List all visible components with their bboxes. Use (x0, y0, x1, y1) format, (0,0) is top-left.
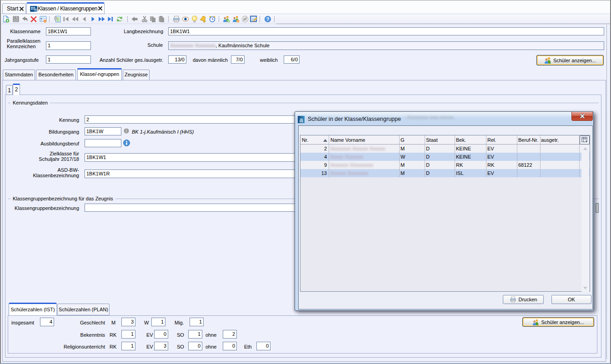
svg-text:a: a (300, 116, 303, 124)
svg-text:?: ? (266, 16, 269, 22)
